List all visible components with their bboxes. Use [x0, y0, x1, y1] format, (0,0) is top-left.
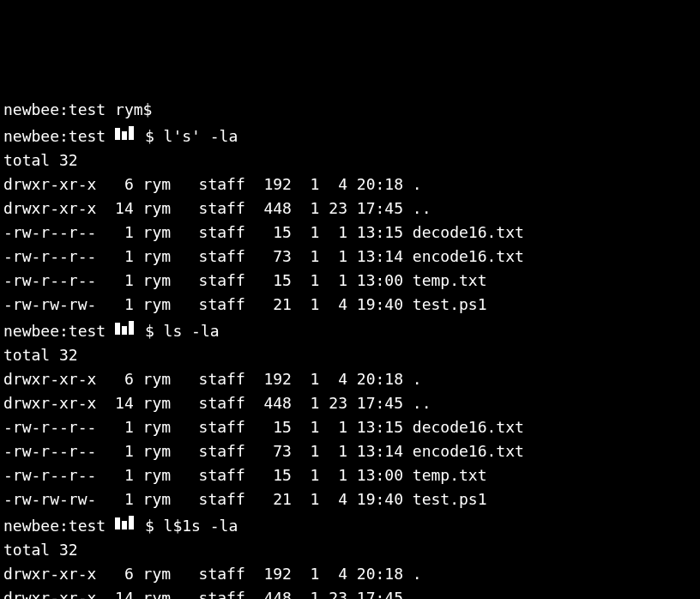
file-row: drwxr-xr-x 14 rym staff 448 1 23 17:45 .…	[3, 586, 697, 599]
partial-top-line: newbee:test rym$	[3, 98, 697, 122]
file-row: drwxr-xr-x 6 rym staff 192 1 4 20:18 .	[3, 172, 697, 197]
prompt-dollar: $	[145, 127, 154, 145]
prompt-dollar: $	[145, 517, 154, 535]
file-row: drwxr-xr-x 6 rym staff 192 1 4 20:18 .	[3, 562, 697, 586]
file-row: -rw-r--r-- 1 rym staff 73 1 1 13:14 enco…	[3, 439, 697, 463]
file-row: drwxr-xr-x 14 rym staff 448 1 23 17:45 .…	[3, 391, 697, 415]
file-row: drwxr-xr-x 14 rym staff 448 1 23 17:45 .…	[3, 197, 697, 221]
command-text: l$1s -la	[164, 517, 238, 535]
prompt-line: newbee:test $ ls -la	[3, 316, 697, 343]
prompt-host: newbee:test	[3, 517, 106, 535]
prompt-line: newbee:test $ l$1s -la	[3, 511, 697, 538]
prompt-line: newbee:test $ l's' -la	[3, 121, 697, 148]
file-row: drwxr-xr-x 6 rym staff 192 1 4 20:18 .	[3, 367, 697, 391]
file-row: -rw-r--r-- 1 rym staff 15 1 1 13:00 temp…	[3, 463, 697, 487]
obscured-user-text	[115, 512, 136, 536]
file-row: -rw-rw-rw- 1 rym staff 21 1 4 19:40 test…	[3, 293, 697, 317]
file-row: -rw-r--r-- 1 rym staff 15 1 1 13:15 deco…	[3, 415, 697, 439]
command-text: l's' -la	[164, 127, 238, 145]
file-row: -rw-r--r-- 1 rym staff 15 1 1 13:15 deco…	[3, 221, 697, 245]
command-text: ls -la	[164, 322, 220, 340]
file-row: -rw-r--r-- 1 rym staff 15 1 1 13:00 temp…	[3, 269, 697, 293]
file-row: -rw-r--r-- 1 rym staff 73 1 1 13:14 enco…	[3, 245, 697, 269]
prompt-dollar: $	[145, 322, 154, 340]
file-row: -rw-rw-rw- 1 rym staff 21 1 4 19:40 test…	[3, 487, 697, 511]
terminal-output[interactable]: newbee:test rym$newbee:test $ l's' -lato…	[3, 98, 697, 599]
total-line: total 32	[3, 343, 697, 367]
total-line: total 32	[3, 148, 697, 172]
prompt-host: newbee:test	[3, 127, 106, 145]
obscured-user-text	[115, 318, 136, 342]
obscured-user-text	[115, 123, 136, 147]
prompt-host: newbee:test	[3, 322, 106, 340]
total-line: total 32	[3, 538, 697, 562]
